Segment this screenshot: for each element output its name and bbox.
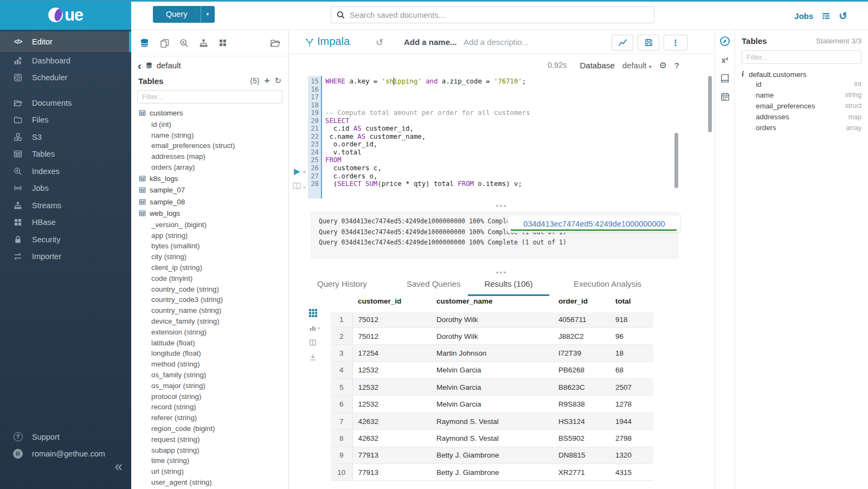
assist-column-row[interactable]: url (string) [131, 466, 288, 477]
assist-column-row[interactable]: name (string) [131, 130, 288, 140]
active-table-name[interactable]: default.customers [749, 70, 807, 79]
assist-column-row[interactable]: email_preferences (struct) [131, 140, 288, 151]
assist-column-row[interactable]: method (string) [131, 359, 288, 370]
assist-column-row[interactable]: time (string) [131, 455, 288, 466]
sidebar-item-security[interactable]: Security [0, 231, 131, 248]
database-assist-icon[interactable] [139, 38, 150, 48]
apps-assist-icon[interactable] [218, 38, 227, 47]
assist-table-row[interactable]: sample_08 [131, 196, 288, 208]
assist-column-row[interactable]: region_code (bigint) [131, 423, 288, 434]
sidebar-item-streams[interactable]: Streams [0, 197, 131, 214]
assist-column-row[interactable]: country_code (string) [131, 284, 288, 294]
info-icon[interactable]: i [742, 70, 744, 79]
language-reference-icon[interactable] [721, 74, 730, 83]
table-column-row[interactable]: ordersarray [742, 123, 861, 133]
assist-column-row[interactable]: longitude (float) [131, 348, 288, 359]
sidebar-item-support[interactable]: ? Support [0, 428, 131, 446]
grid-view-icon[interactable] [309, 309, 317, 317]
editor-scrollbar[interactable] [674, 133, 678, 188]
table-filter-input[interactable] [137, 90, 282, 104]
workflow-assist-icon[interactable] [199, 38, 208, 48]
query-description-field[interactable]: Add a descriptio... [464, 37, 529, 47]
result-row[interactable]: 1077913Betty J. GiambroneXR27714315 [331, 464, 653, 481]
sidebar-item-user[interactable]: R romain@gethue.com [0, 446, 131, 463]
columns-view-icon[interactable] [309, 339, 317, 346]
download-icon[interactable] [309, 353, 317, 361]
job-id-link[interactable]: 034d413ec7474ed5:4249de1000000000 [523, 220, 665, 228]
sidebar-item-dashboard[interactable]: Dashboard [0, 52, 131, 69]
assist-column-row[interactable]: addresses (map) [131, 151, 288, 162]
assist-column-row[interactable]: bytes (smallint) [131, 241, 288, 252]
assist-column-row[interactable]: device_family (string) [131, 316, 288, 327]
sidebar-item-editor[interactable]: </> Editor [0, 31, 131, 52]
presentation-caret-icon[interactable]: ▾ [303, 185, 306, 190]
assist-column-row[interactable]: client_ip (string) [131, 262, 288, 273]
result-row[interactable]: 512532Melvin GarciaB8623C2507 [331, 379, 653, 396]
sidebar-collapse-button[interactable]: « [115, 458, 123, 475]
assist-column-row[interactable]: os_family (string) [131, 370, 288, 381]
assist-column-row[interactable]: city (string) [131, 252, 288, 262]
result-row[interactable]: 842632Raymond S. VestalBS59022798 [331, 430, 653, 447]
sidebar-item-scheduler[interactable]: Scheduler [0, 69, 131, 87]
database-select[interactable]: default ▾ [622, 61, 652, 70]
assistant-compass-icon[interactable] [719, 36, 730, 47]
chart-view-icon[interactable]: ▾ [309, 324, 320, 332]
column-header[interactable]: total [610, 296, 653, 311]
table-column-row[interactable]: namestring [742, 89, 861, 100]
execute-button[interactable]: ▶ [294, 166, 300, 176]
assist-column-row[interactable]: code (tinyint) [131, 273, 288, 284]
assist-table-row[interactable]: k8s_logs [131, 172, 288, 184]
chart-button[interactable] [612, 35, 633, 50]
sidebar-item-importer[interactable]: Importer [0, 248, 131, 266]
assist-table-row[interactable]: customers [131, 107, 288, 119]
result-row[interactable]: 612532Melvin GarciaR9S8381278 [331, 396, 653, 413]
search-input[interactable] [350, 11, 648, 20]
editor-history-icon[interactable]: ↺ [376, 37, 383, 48]
sidebar-item-s3[interactable]: S3 [0, 128, 131, 146]
result-row[interactable]: 412532Melvin GarciaPB626868 [331, 362, 653, 378]
sidebar-item-jobs[interactable]: Jobs [0, 180, 131, 197]
resize-handle[interactable]: ●●● [289, 203, 714, 208]
presentation-mode-icon[interactable] [292, 182, 301, 190]
add-table-icon[interactable]: + [264, 75, 269, 86]
assist-table-row[interactable]: web_logs [131, 208, 288, 220]
result-row[interactable]: 317254Martin JohnsonI72T3918 [331, 345, 653, 362]
result-row[interactable]: 742632Raymond S. VestalHS31241944 [331, 413, 653, 429]
tab-query-history[interactable]: Query History [317, 274, 367, 294]
open-folder-icon[interactable] [270, 38, 280, 48]
tab-saved-queries[interactable]: Saved Queries [407, 274, 460, 294]
execute-caret-icon[interactable]: ▾ [303, 169, 306, 175]
back-chevron-icon[interactable]: ‹ [138, 60, 142, 71]
assist-column-row[interactable]: latitude (float) [131, 337, 288, 348]
sidebar-item-files[interactable]: Files [0, 112, 131, 129]
sidebar-item-tables[interactable]: Tables [0, 146, 131, 163]
calendar-icon[interactable] [721, 92, 730, 101]
zoom-in-icon[interactable] [179, 38, 189, 48]
refresh-icon[interactable]: ↻ [274, 76, 281, 86]
assist-column-row[interactable]: extension (string) [131, 326, 288, 337]
documents-assist-icon[interactable] [160, 38, 169, 48]
table-column-row[interactable]: idint [742, 79, 861, 89]
assist-column-row[interactable]: _version_ (bigint) [131, 219, 288, 230]
assist-column-row[interactable]: subapp (string) [131, 445, 288, 455]
table-column-row[interactable]: addressesmap [742, 112, 861, 123]
result-row[interactable]: 175012Dorothy Wilk4056711918 [331, 311, 653, 327]
hue-logo[interactable]: ue [0, 0, 131, 30]
result-row[interactable]: 977913Betty J. GiambroneDN88151320 [331, 447, 653, 464]
right-filter-input[interactable] [742, 50, 861, 64]
more-actions-button[interactable]: ⋮ [664, 35, 687, 50]
result-row[interactable]: 275012Dorothy WilkJ882C296 [331, 327, 653, 344]
functions-icon[interactable]: x² [722, 56, 728, 65]
assist-column-row[interactable]: os_major (string) [131, 380, 288, 391]
assist-column-row[interactable]: country_name (string) [131, 305, 288, 316]
sidebar-item-hbase[interactable]: HBase [0, 214, 131, 231]
sidebar-item-documents[interactable]: Documents [0, 94, 131, 112]
main-scrollbar[interactable] [708, 76, 712, 132]
assist-column-row[interactable]: user_agent (string) [131, 477, 288, 488]
query-name-field[interactable]: Add a name... [404, 37, 457, 47]
column-header[interactable]: order_id [553, 296, 610, 311]
active-table-row[interactable]: i default.customers [742, 70, 861, 79]
table-column-row[interactable]: email_preferencesstruct [742, 100, 861, 111]
assist-column-row[interactable]: record (string) [131, 402, 288, 413]
engine-title[interactable]: Impala [317, 35, 350, 48]
